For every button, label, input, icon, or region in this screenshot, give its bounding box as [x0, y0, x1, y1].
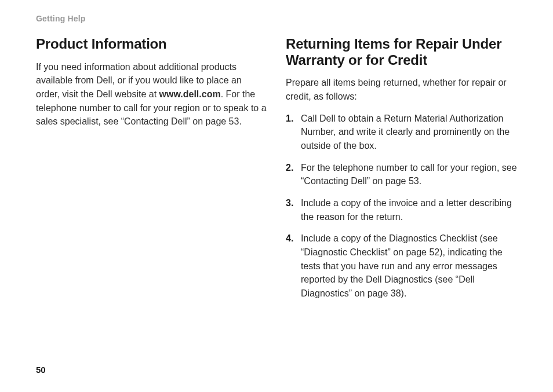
returning-items-intro: Prepare all items being returned, whethe…: [286, 76, 517, 103]
page-number: 50: [36, 365, 46, 375]
left-column: Product Information If you need informat…: [36, 36, 267, 309]
step-item: Include a copy of the Diagnostics Checkl…: [299, 232, 517, 300]
returning-items-steps: Call Dell to obtain a Return Material Au…: [286, 112, 517, 301]
content-columns: Product Information If you need informat…: [36, 36, 517, 309]
heading-returning-items: Returning Items for Repair Under Warrant…: [286, 36, 517, 68]
step-item: For the telephone number to call for you…: [299, 161, 517, 188]
right-column: Returning Items for Repair Under Warrant…: [286, 36, 517, 309]
page: Getting Help Product Information If you …: [0, 0, 553, 392]
product-info-url: www.dell.com: [159, 89, 221, 99]
product-info-paragraph: If you need information about additional…: [36, 60, 267, 129]
step-item: Call Dell to obtain a Return Material Au…: [299, 112, 517, 153]
step-item: Include a copy of the invoice and a lett…: [299, 196, 517, 224]
running-head: Getting Help: [36, 14, 517, 23]
heading-product-information: Product Information: [36, 36, 267, 52]
